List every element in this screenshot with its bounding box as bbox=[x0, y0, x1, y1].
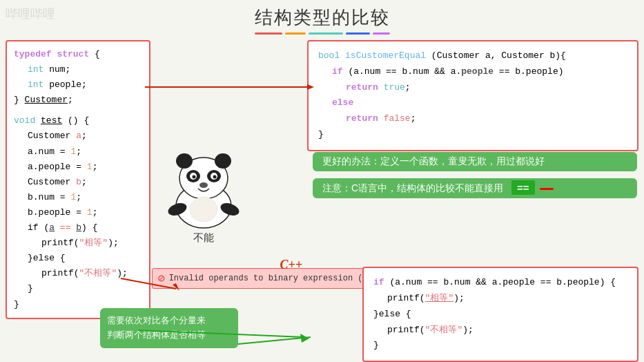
code-line: int people; bbox=[14, 77, 142, 93]
svg-line-20 bbox=[238, 337, 311, 344]
code-line: return false; bbox=[318, 111, 627, 127]
code-line: bool isCustomerEqual (Customer a, Custom… bbox=[318, 48, 627, 64]
code-line: if (a.num == b.num && a.people == b.peop… bbox=[318, 64, 627, 80]
code-line: typedef struct { bbox=[14, 47, 142, 62]
svg-marker-19 bbox=[300, 334, 309, 343]
right-bottom-code-panel: if (a.num == b.num && a.people == b.peop… bbox=[362, 267, 638, 362]
page-title: 结构类型的比较 bbox=[0, 0, 644, 32]
main-area: typedef struct { int num; int people; } … bbox=[0, 40, 644, 362]
code-line: b.people = 1; bbox=[14, 205, 142, 220]
green-annotation-1: 更好的办法：定义一个函数，童叟无欺，用过都说好 bbox=[313, 152, 637, 171]
cannot-text: 不能 bbox=[193, 231, 214, 245]
code-line: b.num = 1; bbox=[14, 190, 142, 205]
green-bottom-annotation: 需要依次对比各个分量来判断两个结构体是否相等 bbox=[100, 308, 238, 348]
watermark: 哔哩哔哩 bbox=[6, 6, 55, 22]
svg-point-8 bbox=[193, 175, 196, 178]
right-top-code-panel: bool isCustomerEqual (Customer a, Custom… bbox=[307, 40, 638, 151]
equals-sign-highlight: == bbox=[510, 179, 536, 196]
code-line: } bbox=[14, 281, 142, 296]
panda-svg bbox=[162, 140, 245, 230]
code-line: printf("不相等"); bbox=[14, 266, 142, 281]
left-code-panel: typedef struct { int num; int people; } … bbox=[6, 40, 150, 319]
code-line: } Customer; bbox=[14, 93, 142, 108]
code-line: Customer a; bbox=[14, 128, 142, 144]
code-line: printf("相等"); bbox=[14, 236, 142, 251]
code-line: void test () { bbox=[14, 113, 142, 128]
svg-point-2 bbox=[176, 153, 193, 169]
code-line: int num; bbox=[14, 62, 142, 77]
cpp-label: C++ bbox=[280, 258, 302, 272]
code-line: Customer b; bbox=[14, 175, 142, 190]
code-line: if (a == b) { bbox=[14, 220, 142, 236]
green-bottom-text: 需要依次对比各个分量来判断两个结构体是否相等 bbox=[107, 315, 206, 340]
code-line: } bbox=[318, 127, 627, 143]
svg-point-13 bbox=[190, 197, 217, 222]
code-line: }else { bbox=[14, 251, 142, 266]
panda-illustration: 不能 bbox=[152, 130, 255, 254]
svg-point-10 bbox=[199, 182, 208, 188]
error-icon: ⊘ bbox=[158, 272, 165, 285]
code-line: }else { bbox=[373, 307, 627, 323]
code-line: return true; bbox=[318, 80, 627, 96]
code-line: if (a.num == b.num && a.people == b.peop… bbox=[373, 275, 627, 291]
svg-point-9 bbox=[213, 175, 217, 178]
code-line: printf("不相等"); bbox=[373, 323, 627, 339]
green-annotation-2: 注意：C语言中，结构体的比较不能直接用 == bbox=[313, 178, 637, 198]
code-line: } bbox=[373, 338, 627, 354]
code-line: a.num = 1; bbox=[14, 144, 142, 160]
title-decoration bbox=[0, 32, 644, 35]
code-line: a.people = 1; bbox=[14, 160, 142, 175]
svg-point-3 bbox=[215, 153, 231, 169]
code-line: printf("相等"); bbox=[373, 291, 627, 307]
code-line: else bbox=[318, 95, 627, 111]
